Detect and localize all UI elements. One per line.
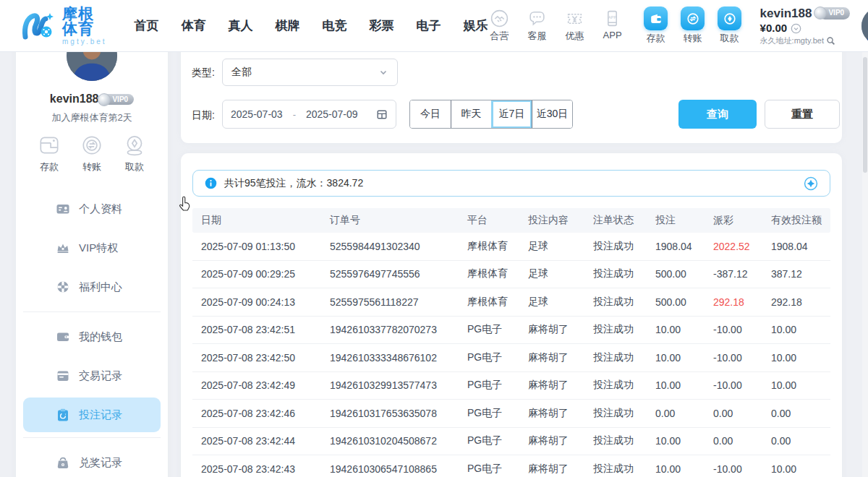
quick-date-today[interactable]: 今日 <box>410 100 451 128</box>
date-from: 2025-07-03 <box>231 108 283 120</box>
withdraw-icon <box>122 133 147 158</box>
calendar-icon <box>376 108 388 120</box>
nav-home[interactable]: 首页 <box>135 17 159 34</box>
sidebar-menu: 个人资料 VIP特权 福利中心 我的钱包 交易记录 <box>16 189 168 477</box>
transfer-icon <box>80 133 104 158</box>
table-row[interactable]: 2025-07-08 23:42:43 1942610306547108865 … <box>192 455 830 477</box>
nav-esports[interactable]: 电竞 <box>323 17 347 34</box>
table-row[interactable]: 2025-07-09 01:13:50 5255984491302340 摩根体… <box>192 233 830 261</box>
sidebar-joined-text: 加入摩根体育第2天 <box>16 111 168 124</box>
logo-subtitle: mgty.bet <box>62 38 107 46</box>
transfer-icon <box>681 7 705 30</box>
balance-dropdown-icon[interactable] <box>791 23 801 34</box>
table-row[interactable]: 2025-07-08 23:42:51 1942610337782070273 … <box>192 317 830 345</box>
sidebar-divider <box>23 311 161 312</box>
transfer-button[interactable]: 转账 <box>680 7 706 45</box>
handshake-icon <box>490 9 509 28</box>
logo-title: 摩根体育 <box>62 6 107 36</box>
magnifier-icon[interactable] <box>826 36 835 46</box>
type-select[interactable]: 全部 <box>222 59 398 86</box>
sidebar-item-vip[interactable]: VIP特权 <box>16 228 168 267</box>
sidebar-quick-actions: 存款 转账 取款 <box>33 133 150 173</box>
logo-icon <box>20 9 56 43</box>
quick-date-last7[interactable]: 近7日 <box>491 100 532 128</box>
table-body: 2025-07-09 01:13:50 5255984491302340 摩根体… <box>192 233 830 477</box>
header-avatar[interactable] <box>861 7 868 45</box>
expand-icon[interactable] <box>804 176 818 191</box>
header-user-info[interactable]: kevin188 VIP0 ¥0.00 永久地址:mgty.bet <box>760 6 851 46</box>
header-gray-actions: 合营 客服 优惠 <box>488 9 624 43</box>
summary-bar: 共计95笔投注，流水：3824.72 <box>192 170 830 197</box>
nav-slots[interactable]: 电子 <box>417 17 441 34</box>
table-row[interactable]: 2025-07-09 00:29:25 5255976497745556 摩根体… <box>192 261 830 289</box>
sidebar-username: kevin188 <box>50 93 99 106</box>
info-icon <box>205 177 217 189</box>
table-header-row: 日期 订单号 平台 投注内容 注单状态 投注 派彩 有效投注额 <box>192 208 830 233</box>
table-row[interactable]: 2025-07-08 23:42:44 1942610310204508672 … <box>192 428 830 456</box>
top-navbar: 摩根体育 mgty.bet 首页 体育 真人 棋牌 电竞 彩票 电子 娱乐 合营 <box>0 0 868 51</box>
records-panel: 共计95笔投注，流水：3824.72 日期 订单号 平台 投注内容 注单状态 投… <box>181 153 842 477</box>
nav-cards[interactable]: 棋牌 <box>276 17 300 34</box>
scrollbar-thumb[interactable] <box>863 57 867 173</box>
date-to: 2025-07-09 <box>306 108 358 120</box>
table-row[interactable]: 2025-07-09 00:24:13 5255975561118227 摩根体… <box>192 288 830 317</box>
prize-bag-icon <box>56 455 70 470</box>
betting-records-page: kevin188 VIP0 加入摩根体育第2天 存款 转 <box>0 0 868 477</box>
sidebar-vip-badge: VIP0 <box>103 94 134 105</box>
crown-icon <box>56 241 70 255</box>
summary-text: 共计95笔投注，流水：3824.72 <box>224 177 796 190</box>
nav-sports[interactable]: 体育 <box>182 17 206 34</box>
transaction-record-icon <box>56 369 70 383</box>
quick-date-yesterday[interactable]: 昨天 <box>451 100 491 128</box>
table-row[interactable]: 2025-07-08 23:42:50 1942610333348676102 … <box>192 344 830 372</box>
partner-button[interactable]: 合营 <box>488 9 511 43</box>
benefit-box-icon <box>56 280 70 294</box>
sidebar-item-profile[interactable]: 个人资料 <box>16 189 168 228</box>
sidebar-transfer-button[interactable]: 转账 <box>76 133 108 173</box>
reset-button[interactable]: 重置 <box>765 100 840 129</box>
sidebar-withdraw-button[interactable]: 取款 <box>119 133 150 173</box>
date-range-input[interactable]: 2025-07-03 - 2025-07-09 <box>222 100 396 129</box>
query-button[interactable]: 查询 <box>678 100 757 129</box>
bet-record-icon <box>56 408 70 422</box>
support-button[interactable]: 客服 <box>526 9 549 43</box>
withdraw-icon <box>718 7 741 30</box>
sidebar: kevin188 VIP0 加入摩根体育第2天 存款 转 <box>16 30 168 477</box>
deposit-button[interactable]: 存款 <box>643 7 669 45</box>
withdraw-button[interactable]: 取款 <box>717 7 743 45</box>
svg-text:APP: APP <box>608 15 617 20</box>
sidebar-item-transactions[interactable]: 交易记录 <box>16 356 168 395</box>
header-vip-badge: VIP0 <box>819 7 850 20</box>
quick-date-group: 今日 昨天 近7日 近30日 <box>409 100 573 129</box>
main-nav: 首页 体育 真人 棋牌 电竞 彩票 电子 娱乐 <box>135 17 488 34</box>
date-label: 日期: <box>192 109 215 122</box>
deposit-icon <box>644 7 668 30</box>
table-row[interactable]: 2025-07-08 23:42:49 1942610329913577473 … <box>192 372 830 400</box>
logo[interactable]: 摩根体育 mgty.bet <box>20 6 107 46</box>
phone-icon: APP <box>603 9 622 28</box>
header-username: kevin188 <box>760 6 812 21</box>
sidebar-item-benefits[interactable]: 福利中心 <box>16 267 168 306</box>
chat-icon <box>527 9 547 28</box>
nav-live[interactable]: 真人 <box>229 17 253 34</box>
header-blue-actions: 存款 转账 取款 <box>643 7 743 45</box>
nav-entertainment[interactable]: 娱乐 <box>464 17 488 34</box>
bets-table: 日期 订单号 平台 投注内容 注单状态 投注 派彩 有效投注额 2025-07-… <box>192 208 830 477</box>
coupon-icon <box>565 9 584 28</box>
sidebar-item-wallet[interactable]: 我的钱包 <box>16 317 168 356</box>
type-label: 类型: <box>192 66 215 80</box>
sidebar-item-bet-records[interactable]: 投注记录 <box>23 398 161 432</box>
sidebar-item-prize-records[interactable]: 兑奖记录 <box>16 443 168 477</box>
id-card-icon <box>56 202 70 216</box>
sidebar-deposit-button[interactable]: 存款 <box>33 133 65 173</box>
balance-value: ¥0.00 <box>760 22 788 35</box>
nav-lottery[interactable]: 彩票 <box>370 17 394 34</box>
quick-date-last30[interactable]: 近30日 <box>532 100 572 128</box>
wallet-icon <box>56 330 70 344</box>
table-row[interactable]: 2025-07-08 23:42:46 1942610317653635078 … <box>192 400 830 428</box>
deposit-icon <box>37 133 61 158</box>
page-scrollbar[interactable] <box>862 51 868 477</box>
promo-button[interactable]: 优惠 <box>563 9 587 43</box>
sidebar-divider <box>23 437 161 438</box>
app-download-button[interactable]: APP APP <box>601 9 624 43</box>
